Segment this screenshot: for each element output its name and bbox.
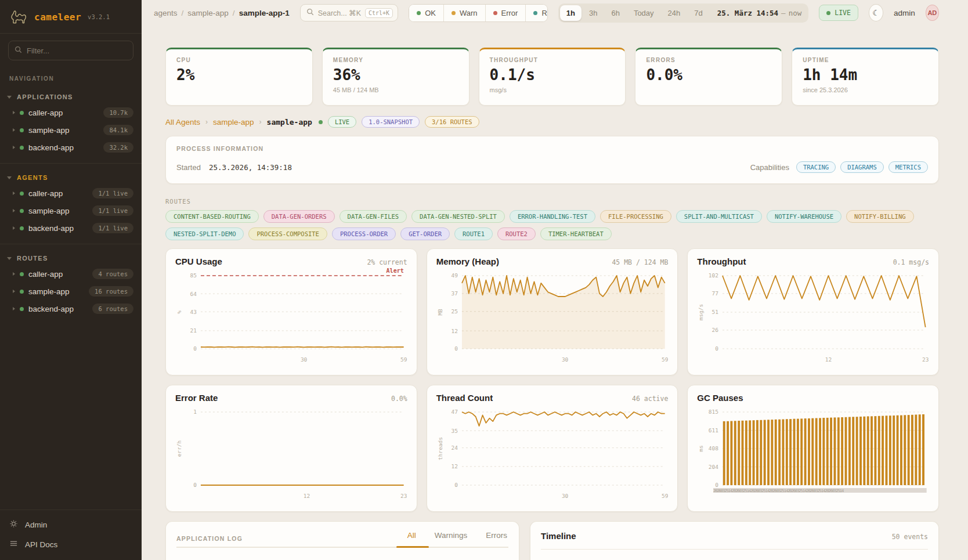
- route-tag-error-handling-test[interactable]: ERROR-HANDLING-TEST: [510, 210, 595, 223]
- stat-value: 1h 14m: [803, 66, 928, 84]
- live-badge[interactable]: LIVE: [819, 5, 858, 21]
- item-badge: 6 routes: [92, 304, 133, 314]
- svg-text:64: 64: [190, 291, 197, 297]
- log-tab-errors[interactable]: Errors: [485, 531, 508, 545]
- chevron-right-icon: [13, 209, 15, 212]
- svg-text:408: 408: [709, 445, 718, 451]
- log-tab-all[interactable]: All: [406, 531, 417, 545]
- item-badge: 1/1 live: [92, 188, 133, 198]
- svg-text:12: 12: [825, 356, 832, 363]
- item-badge: 84.1k: [103, 125, 133, 135]
- agent-link-sample-app[interactable]: sample-app: [213, 118, 254, 127]
- sidebar-item-caller-app[interactable]: caller-app4 routes: [0, 265, 142, 283]
- avatar[interactable]: AD: [926, 5, 939, 21]
- status-filter-running[interactable]: Running: [525, 5, 547, 21]
- stat-card-errors: ERRORS0.0%: [635, 48, 782, 106]
- time-range-3h[interactable]: 3h: [583, 5, 604, 21]
- time-range-24h[interactable]: 24h: [662, 5, 687, 21]
- sidebar-item-sample-app[interactable]: sample-app84.1k: [0, 121, 142, 139]
- svg-text:23: 23: [922, 356, 929, 363]
- timeline-title: Timeline: [541, 531, 576, 541]
- status-dot-icon: [20, 128, 24, 132]
- route-tag-get-order[interactable]: GET-ORDER: [400, 227, 450, 240]
- chart-plot: 8156114082040202603251420260325142026032…: [697, 404, 929, 504]
- stat-sub: 45 MB / 124 MB: [333, 86, 458, 93]
- svg-text:202603251420260325142026032514: 2026032514202603251420260325142026032514…: [713, 489, 844, 493]
- route-tag-nested-split-demo[interactable]: NESTED-SPLIT-DEMO: [165, 227, 244, 240]
- status-dot-icon: [20, 209, 24, 213]
- footer-item-admin[interactable]: Admin: [0, 515, 142, 534]
- route-tag-process-order[interactable]: PROCESS-ORDER: [332, 227, 396, 240]
- route-tag-data-gen-orders[interactable]: DATA-GEN-ORDERS: [263, 210, 335, 223]
- section-header-applications[interactable]: APPLICATIONS: [0, 89, 142, 104]
- item-label: backend-app: [28, 305, 74, 313]
- svg-text:77: 77: [712, 290, 718, 297]
- breadcrumb: agents/sample-app/sample-app-1: [154, 9, 290, 17]
- time-range-7d[interactable]: 7d: [688, 5, 709, 21]
- breadcrumb-sample-app[interactable]: sample-app: [187, 9, 229, 17]
- svg-text:0: 0: [193, 482, 197, 488]
- stat-card-cpu: CPU2%: [165, 48, 313, 106]
- capability-metrics: METRICS: [888, 161, 928, 173]
- footer-item-api-docs[interactable]: API Docs: [0, 534, 142, 554]
- section-header-agents[interactable]: AGENTS: [0, 169, 142, 185]
- filter-input[interactable]: [27, 46, 127, 55]
- filter-box[interactable]: [8, 41, 133, 60]
- timeline-panel: Timeline 50 events: [530, 521, 939, 560]
- status-filter-label: OK: [425, 9, 436, 17]
- active-tab-indicator: [396, 546, 429, 548]
- process-info-panel: PROCESS INFORMATION Started 25.3.2026, 1…: [165, 136, 939, 184]
- time-range-today[interactable]: Today: [627, 5, 660, 21]
- route-tag-data-gen-nested-split[interactable]: DATA-GEN-NESTED-SPLIT: [411, 210, 505, 223]
- svg-text:815: 815: [709, 409, 718, 415]
- search-icon: [15, 45, 22, 56]
- status-filter-label: Running: [541, 9, 547, 17]
- moon-icon: ☾: [872, 8, 880, 17]
- sidebar-item-caller-app[interactable]: caller-app10.7k: [0, 104, 142, 121]
- time-range-6h[interactable]: 6h: [605, 5, 626, 21]
- time-range-1h[interactable]: 1h: [560, 5, 581, 21]
- sidebar-item-backend-app[interactable]: backend-app1/1 live: [0, 219, 142, 237]
- sidebar-item-caller-app[interactable]: caller-app1/1 live: [0, 185, 142, 202]
- stat-label: MEMORY: [333, 57, 458, 63]
- logo[interactable]: cameleer v3.2.1: [0, 0, 142, 34]
- routes-title: ROUTES: [165, 198, 939, 205]
- route-tag-notify-warehouse[interactable]: NOTIFY-WAREHOUSE: [767, 210, 841, 223]
- route-tag-notify-billing[interactable]: NOTIFY-BILLING: [846, 210, 914, 223]
- item-label: sample-app: [28, 287, 70, 296]
- application-log-panel: APPLICATION LOG AllWarningsErrors: [165, 521, 519, 560]
- stat-card-uptime: UPTIME1h 14msince 25.3.2026: [792, 48, 939, 106]
- route-tag-process-composite[interactable]: PROCESS-COMPOSITE: [248, 227, 327, 240]
- date-range[interactable]: 25. März 14:54—now: [717, 9, 801, 17]
- svg-text:1: 1: [193, 409, 197, 415]
- stat-sub: msg/s: [490, 86, 615, 93]
- chart-header: Thread Count46 active: [436, 393, 669, 403]
- svg-text:24: 24: [451, 445, 458, 451]
- svg-text:30: 30: [562, 356, 569, 363]
- route-tag-split-and-multicast[interactable]: SPLIT-AND-MULTICAST: [676, 210, 762, 223]
- route-tag-content-based-routing[interactable]: CONTENT-BASED-ROUTING: [165, 210, 259, 223]
- status-filter-group: OKWarnErrorRunning: [409, 4, 548, 22]
- status-filter-error[interactable]: Error: [485, 5, 526, 21]
- section-header-routes[interactable]: ROUTES: [0, 250, 142, 265]
- dark-mode-toggle[interactable]: ☾: [869, 4, 883, 21]
- route-tag-data-gen-files[interactable]: DATA-GEN-FILES: [339, 210, 407, 223]
- route-tag-route1[interactable]: ROUTE1: [454, 227, 493, 240]
- item-label: caller-app: [28, 109, 63, 117]
- sidebar-item-sample-app[interactable]: sample-app16 routes: [0, 283, 142, 300]
- route-tag-timer-heartbeat[interactable]: TIMER-HEARTBEAT: [540, 227, 612, 240]
- global-search[interactable]: Search... ⌘K Ctrl+K: [300, 4, 398, 21]
- route-tag-file-processing[interactable]: FILE-PROCESSING: [600, 210, 671, 223]
- current-agent: sample-app: [267, 118, 312, 127]
- sidebar-item-backend-app[interactable]: backend-app32.2k: [0, 139, 142, 156]
- sidebar-item-backend-app[interactable]: backend-app6 routes: [0, 300, 142, 317]
- route-tag-route2[interactable]: ROUTE2: [497, 227, 536, 240]
- sidebar-item-sample-app[interactable]: sample-app1/1 live: [0, 202, 142, 219]
- status-filter-warn[interactable]: Warn: [443, 5, 485, 21]
- stat-value: 2%: [176, 66, 302, 84]
- breadcrumb-agents[interactable]: agents: [154, 9, 178, 17]
- log-tab-warnings[interactable]: Warnings: [434, 531, 469, 545]
- agent-link-all-agents[interactable]: All Agents: [165, 118, 200, 127]
- chart-current-value: 45 MB / 124 MB: [612, 258, 668, 266]
- status-filter-ok[interactable]: OK: [409, 5, 443, 21]
